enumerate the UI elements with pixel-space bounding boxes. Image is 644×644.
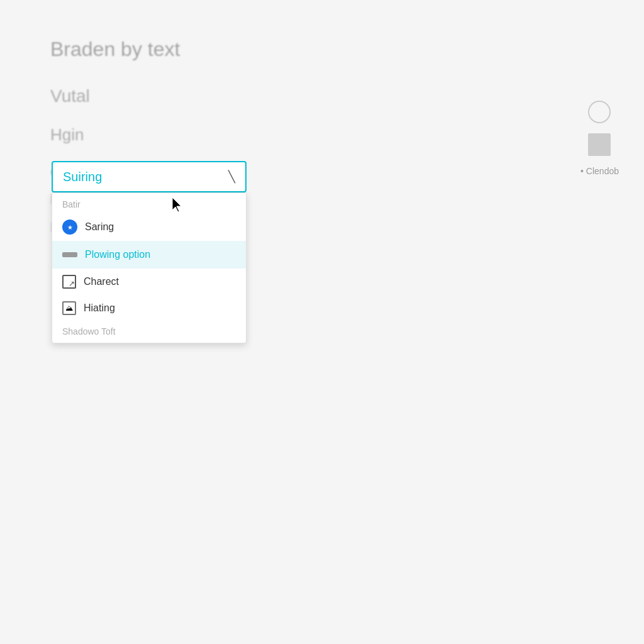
charect-label: Charect xyxy=(84,276,119,287)
bottom-section-label: Shadowo Toft xyxy=(52,321,246,343)
plowing-label: Plowing option xyxy=(85,249,150,260)
bullet-icon: • xyxy=(580,166,584,176)
bg-title1: Braden by text xyxy=(50,38,594,61)
plowing-icon xyxy=(62,247,77,262)
dropdown-item-plowing[interactable]: Plowing option xyxy=(52,241,246,269)
square-icon xyxy=(588,133,611,156)
hiating-label: Hiating xyxy=(84,303,115,314)
dropdown-trigger[interactable]: Suiring ╲ xyxy=(52,161,247,192)
hiating-icon xyxy=(62,301,76,315)
dropdown-item-charect[interactable]: Charect xyxy=(52,269,246,295)
bg-title2: Vutal xyxy=(50,86,594,106)
saring-label: Saring xyxy=(85,221,114,233)
dropdown-menu: Batir Saring Plowing option Charect Hiat… xyxy=(52,192,247,343)
dropdown-item-hiating[interactable]: Hiating xyxy=(52,295,246,321)
dropdown-section-label: Batir xyxy=(52,193,246,213)
clendob-text: Clendob xyxy=(586,166,619,176)
dropdown-item-saring[interactable]: Saring xyxy=(52,213,246,241)
saring-icon xyxy=(62,219,77,235)
charect-icon xyxy=(62,275,76,289)
dropdown-container: Suiring ╲ Batir Saring Plowing option Ch… xyxy=(52,161,247,343)
circle-icon xyxy=(588,101,611,123)
clendob-label: • Clendob xyxy=(580,166,619,176)
chevron-down-icon: ╲ xyxy=(228,170,235,184)
dropdown-selected-value: Suiring xyxy=(63,170,102,184)
bg-title3: Hgin xyxy=(50,125,594,145)
right-panel: • Clendob xyxy=(580,101,619,176)
